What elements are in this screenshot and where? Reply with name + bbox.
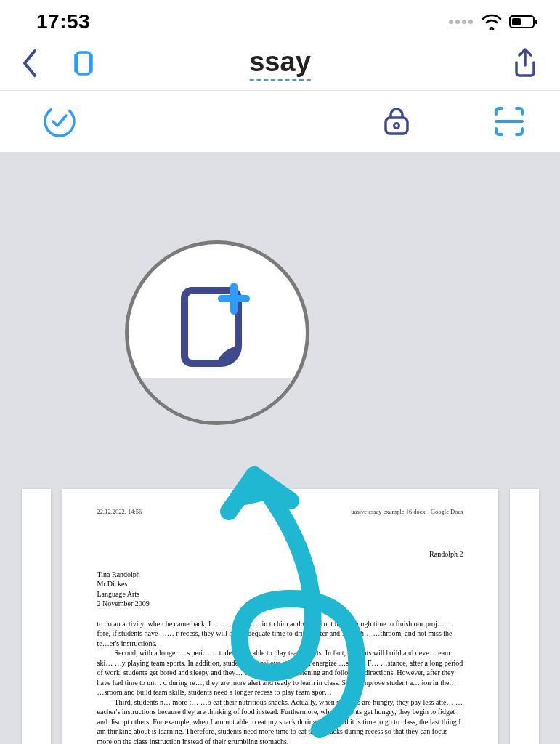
svg-rect-7 xyxy=(77,52,90,74)
canvas-area[interactable]: 22.12.2022, 14:56 uasive essay example 1… xyxy=(0,152,560,744)
doc-heading-line: 2 November 2009 xyxy=(97,599,463,609)
doc-heading-line: Tina Randolph xyxy=(97,570,463,580)
svg-rect-11 xyxy=(218,282,253,317)
checkmark-circle-icon[interactable] xyxy=(42,104,77,139)
doc-heading-block: Tina Randolph Mr.Dickes Language Arts 2 … xyxy=(97,570,463,609)
feature-highlight-magnifier xyxy=(125,240,309,425)
more-dots-icon xyxy=(448,18,474,25)
page-preview-prev[interactable] xyxy=(22,489,51,744)
svg-rect-6 xyxy=(512,18,521,25)
status-time: 17:53 xyxy=(36,10,90,33)
doc-heading-line: Language Arts xyxy=(97,589,463,599)
svg-point-10 xyxy=(394,124,399,129)
svg-point-1 xyxy=(455,20,460,24)
nav-bar: ssay xyxy=(0,41,560,91)
tool-row xyxy=(0,91,560,152)
doc-meta-left: 22.12.2022, 14:56 xyxy=(97,508,142,516)
add-page-icon[interactable] xyxy=(177,282,257,369)
doc-meta-right: uasive essay example 16.docx - Google Do… xyxy=(351,508,463,516)
doc-page-header: Randolph 2 xyxy=(97,549,463,559)
lock-icon[interactable] xyxy=(380,105,413,138)
page-preview-current[interactable]: 22.12.2022, 14:56 uasive essay example 1… xyxy=(62,489,498,744)
doc-heading-line: Mr.Dickes xyxy=(97,579,463,589)
doc-paragraph: to do an activity; when he came back, I … xyxy=(97,619,463,649)
doc-meta: 22.12.2022, 14:56 uasive essay example 1… xyxy=(97,508,463,516)
status-bar: 17:53 xyxy=(0,0,560,41)
doc-body: to do an activity; when he came back, I … xyxy=(97,619,463,744)
document-title[interactable]: ssay xyxy=(249,46,311,81)
share-icon[interactable] xyxy=(511,46,540,80)
svg-point-0 xyxy=(449,20,453,24)
switch-view-icon[interactable] xyxy=(68,48,99,78)
scan-crop-icon[interactable] xyxy=(492,104,527,139)
wifi-icon xyxy=(482,14,502,30)
back-chevron-icon[interactable] xyxy=(20,48,39,78)
page-preview-next[interactable] xyxy=(510,489,539,744)
doc-paragraph: Second, with a longer …s peri… …tudents … xyxy=(97,648,463,698)
svg-point-3 xyxy=(468,20,473,24)
doc-paragraph: Third, students n… more t… …o eat their … xyxy=(97,698,463,744)
svg-rect-9 xyxy=(386,118,407,134)
svg-point-2 xyxy=(462,20,466,24)
svg-rect-5 xyxy=(535,20,537,24)
battery-icon xyxy=(509,15,538,29)
